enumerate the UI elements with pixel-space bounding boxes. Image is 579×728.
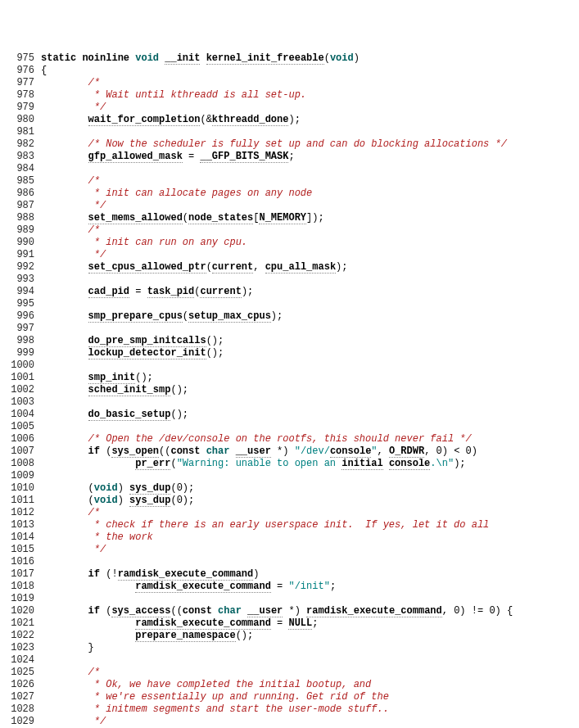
line-number: 980 bbox=[3, 114, 41, 126]
line-number: 1025 bbox=[3, 667, 41, 679]
code-line: 997 bbox=[3, 323, 576, 335]
code-line: 985 /* bbox=[3, 175, 576, 188]
line-number: 1009 bbox=[3, 470, 41, 482]
line-number: 1020 bbox=[3, 605, 41, 617]
code-line: 1012 /* bbox=[3, 507, 576, 519]
line-number: 1010 bbox=[3, 482, 41, 495]
line-number: 982 bbox=[3, 138, 41, 151]
code-content: sched_init_smp(); bbox=[41, 384, 576, 396]
line-number: 1023 bbox=[3, 642, 41, 654]
code-line: 989 /* bbox=[3, 224, 576, 237]
line-number: 996 bbox=[3, 310, 41, 323]
line-number: 987 bbox=[3, 200, 41, 212]
line-number: 1005 bbox=[3, 421, 41, 433]
code-line: 1023 } bbox=[3, 642, 576, 654]
line-number: 984 bbox=[3, 163, 41, 175]
line-number: 1002 bbox=[3, 384, 41, 396]
code-content: * check if there is an early userspace i… bbox=[41, 519, 576, 531]
line-number: 1015 bbox=[3, 544, 41, 556]
line-number: 991 bbox=[3, 249, 41, 261]
code-content: (void) sys_dup(0); bbox=[41, 495, 576, 507]
code-line: 994 cad_pid = task_pid(current); bbox=[3, 286, 576, 298]
code-line: 1011 (void) sys_dup(0); bbox=[3, 495, 576, 507]
code-line: 1020 if (sys_access((const char __user *… bbox=[3, 605, 576, 617]
code-content: * Wait until kthreadd is all set-up. bbox=[41, 89, 576, 102]
line-number: 994 bbox=[3, 286, 41, 298]
line-number: 1012 bbox=[3, 507, 41, 519]
code-content: */ bbox=[41, 200, 576, 212]
line-number: 998 bbox=[3, 335, 41, 347]
code-content bbox=[41, 421, 576, 433]
code-content: { bbox=[41, 65, 576, 77]
code-line: 1007 if (sys_open((const char __user *) … bbox=[3, 445, 576, 458]
line-number: 995 bbox=[3, 298, 41, 310]
code-line: 984 bbox=[3, 163, 576, 175]
code-content: /* Now the scheduler is fully set up and… bbox=[41, 138, 576, 151]
code-content: */ bbox=[41, 716, 576, 728]
code-line: 1015 */ bbox=[3, 544, 576, 556]
line-number: 1028 bbox=[3, 703, 41, 716]
code-line: 979 */ bbox=[3, 102, 576, 114]
line-number: 1029 bbox=[3, 716, 41, 728]
line-number: 1007 bbox=[3, 445, 41, 458]
line-number: 989 bbox=[3, 224, 41, 237]
code-line: 1014 * the work bbox=[3, 531, 576, 544]
line-number: 1011 bbox=[3, 495, 41, 507]
code-content: smp_prepare_cpus(setup_max_cpus); bbox=[41, 310, 576, 323]
line-number: 1018 bbox=[3, 581, 41, 593]
code-content: wait_for_completion(&kthreadd_done); bbox=[41, 114, 576, 126]
code-content: * init can run on any cpu. bbox=[41, 237, 576, 249]
code-content: do_pre_smp_initcalls(); bbox=[41, 335, 576, 347]
line-number: 1026 bbox=[3, 679, 41, 691]
code-content: (void) sys_dup(0); bbox=[41, 482, 576, 495]
code-line: 996 smp_prepare_cpus(setup_max_cpus); bbox=[3, 310, 576, 323]
line-number: 1008 bbox=[3, 458, 41, 470]
line-number: 1027 bbox=[3, 691, 41, 703]
code-content: /* bbox=[41, 77, 576, 89]
line-number: 992 bbox=[3, 261, 41, 274]
code-line: 1016 bbox=[3, 556, 576, 568]
code-line: 1017 if (!ramdisk_execute_command) bbox=[3, 568, 576, 581]
line-number: 1022 bbox=[3, 630, 41, 642]
code-content: static noinline void __init kernel_init_… bbox=[41, 52, 576, 65]
code-line: 1002 sched_init_smp(); bbox=[3, 384, 576, 396]
line-number: 1001 bbox=[3, 372, 41, 384]
code-line: 1022 prepare_namespace(); bbox=[3, 630, 576, 642]
code-content: lockup_detector_init(); bbox=[41, 347, 576, 359]
line-number: 979 bbox=[3, 102, 41, 114]
code-content: ramdisk_execute_command = NULL; bbox=[41, 617, 576, 630]
code-content: pr_err("Warning: unable to open an initi… bbox=[41, 458, 576, 470]
code-content: ramdisk_execute_command = "/init"; bbox=[41, 581, 576, 593]
line-number: 1021 bbox=[3, 617, 41, 630]
line-number: 999 bbox=[3, 347, 41, 359]
code-content bbox=[41, 654, 576, 667]
code-line: 975static noinline void __init kernel_in… bbox=[3, 52, 576, 65]
code-line: 991 */ bbox=[3, 249, 576, 261]
code-line: 1013 * check if there is an early usersp… bbox=[3, 519, 576, 531]
code-line: 992 set_cpus_allowed_ptr(current, cpu_al… bbox=[3, 261, 576, 274]
code-content: /* bbox=[41, 507, 576, 519]
code-line: 981 bbox=[3, 126, 576, 138]
code-line: 993 bbox=[3, 274, 576, 286]
line-number: 1019 bbox=[3, 593, 41, 605]
code-line: 1006 /* Open the /dev/console on the roo… bbox=[3, 433, 576, 445]
line-number: 975 bbox=[3, 52, 41, 65]
code-content: */ bbox=[41, 544, 576, 556]
code-line: 1029 */ bbox=[3, 716, 576, 728]
code-line: 1021 ramdisk_execute_command = NULL; bbox=[3, 617, 576, 630]
code-content bbox=[41, 298, 576, 310]
code-content: * initmem segments and start the user-mo… bbox=[41, 703, 576, 716]
code-line: 990 * init can run on any cpu. bbox=[3, 237, 576, 249]
code-content bbox=[41, 470, 576, 482]
code-line: 995 bbox=[3, 298, 576, 310]
line-number: 990 bbox=[3, 237, 41, 249]
code-content bbox=[41, 323, 576, 335]
code-content: smp_init(); bbox=[41, 372, 576, 384]
code-line: 999 lockup_detector_init(); bbox=[3, 347, 576, 359]
code-line: 1001 smp_init(); bbox=[3, 372, 576, 384]
code-line: 1004 do_basic_setup(); bbox=[3, 409, 576, 421]
line-number: 1003 bbox=[3, 396, 41, 409]
line-number: 976 bbox=[3, 65, 41, 77]
line-number: 988 bbox=[3, 212, 41, 224]
code-line: 1028 * initmem segments and start the us… bbox=[3, 703, 576, 716]
